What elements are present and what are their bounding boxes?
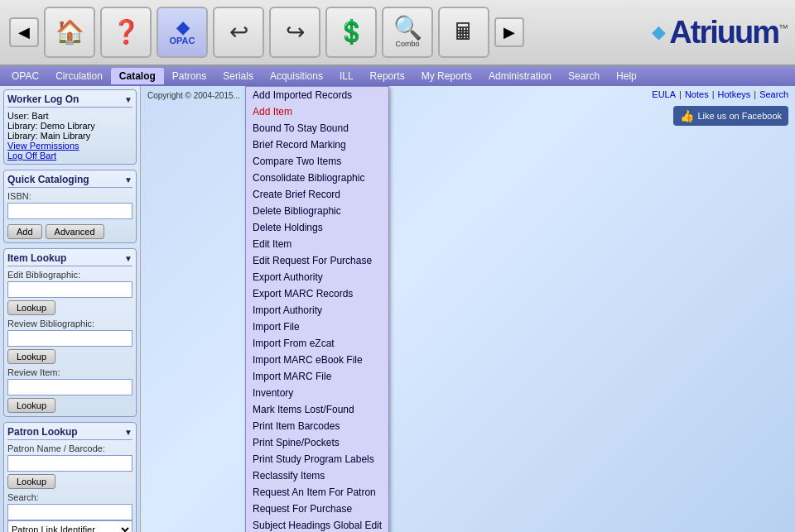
item-lookup-section: Item Lookup ▼ Edit Bibliographic: Lookup… — [3, 248, 137, 417]
nav-catalog[interactable]: Catalog — [111, 68, 164, 84]
logo-trademark: ™ — [778, 22, 788, 34]
money-button[interactable]: 💲 — [325, 7, 377, 58]
menu-import-from-ezcat[interactable]: Import From eZcat — [246, 335, 388, 352]
menu-request-an-item-for-patron[interactable]: Request An Item For Patron — [246, 484, 388, 501]
library1-label: Library: — [7, 121, 41, 131]
nav-search[interactable]: Search — [560, 68, 608, 84]
checkout-button[interactable]: ↪ — [269, 7, 320, 58]
patron-name-input[interactable] — [7, 455, 132, 472]
sidebar: Worker Log On ▼ User: Bart Library: Demo… — [0, 86, 141, 532]
checkout-icon: ↪ — [286, 21, 305, 44]
facebook-like-box[interactable]: 👍 Like us on Facebook — [673, 106, 788, 126]
menu-export-marc-records[interactable]: Export MARC Records — [246, 285, 388, 302]
nav-opac[interactable]: OPAC — [3, 68, 47, 84]
edit-bib-lookup-button[interactable]: Lookup — [7, 300, 55, 315]
nav-circulation[interactable]: Circulation — [47, 68, 111, 84]
patron-search-input[interactable] — [7, 504, 132, 520]
isbn-input[interactable] — [7, 203, 132, 219]
worker-toggle-icon[interactable]: ▼ — [124, 95, 132, 104]
menu-brief-record-marking[interactable]: Brief Record Marking — [246, 137, 388, 153]
nav-my-reports[interactable]: My Reports — [413, 68, 480, 84]
logoff-link[interactable]: Log Off Bart — [7, 151, 56, 161]
calc-button[interactable]: 🖩 — [438, 7, 489, 58]
edit-bib-label: Edit Bibliographic: — [7, 270, 132, 280]
help-button[interactable]: ❓ — [100, 7, 152, 58]
quick-cataloging-toggle-icon[interactable]: ▼ — [124, 175, 132, 185]
toolbar: ◀ 🏠 ❓ ◆ OPAC ↩ ↪ 💲 🔍 Combo 🖩 ▶ ◆ Atriuum… — [0, 0, 795, 66]
menu-import-marc-file[interactable]: Import MARC File — [246, 368, 388, 385]
menu-request-for-purchase[interactable]: Request For Purchase — [246, 501, 388, 517]
menu-delete-bibliographic[interactable]: Delete Bibliographic — [246, 203, 388, 219]
nav-reports[interactable]: Reports — [362, 68, 413, 84]
opac-label: OPAC — [170, 36, 195, 46]
nav-serials[interactable]: Serials — [214, 68, 262, 84]
logo-text: Atriuum — [669, 15, 778, 50]
nav-patrons[interactable]: Patrons — [164, 68, 214, 84]
menu-add-item[interactable]: Add Item — [246, 103, 388, 120]
thumbs-up-icon: 👍 — [680, 109, 694, 122]
review-bib-label: Review Bibliographic: — [7, 319, 132, 328]
menu-import-marc-ebook-file[interactable]: Import MARC eBook File — [246, 352, 388, 368]
menu-delete-holdings[interactable]: Delete Holdings — [246, 219, 388, 236]
item-lookup-title: Item Lookup ▼ — [7, 252, 132, 266]
combo-label: Combo — [395, 40, 419, 48]
quick-cataloging-title: Quick Cataloging ▼ — [7, 174, 132, 188]
menu-edit-item[interactable]: Edit Item — [246, 236, 388, 252]
top-links: EULA | Notes | Hotkeys | Search — [652, 89, 788, 99]
menu-reclassify-items[interactable]: Reclassify Items — [246, 467, 388, 484]
nav-ill[interactable]: ILL — [331, 68, 362, 84]
patron-search-label: Search: — [7, 492, 132, 502]
menu-print-item-barcodes[interactable]: Print Item Barcodes — [246, 418, 388, 434]
menu-import-authority[interactable]: Import Authority — [246, 302, 388, 319]
patron-identifier-select[interactable]: Patron Link Identifier Barcode Name ID — [7, 520, 132, 532]
menu-create-brief-record[interactable]: Create Brief Record — [246, 186, 388, 203]
library2-value: Main Library — [41, 131, 91, 141]
menu-bound-to-stay-bound[interactable]: Bound To Stay Bound — [246, 120, 388, 137]
patron-lookup-toggle-icon[interactable]: ▼ — [124, 428, 132, 437]
menu-consolidate-bibliographic[interactable]: Consolidate Bibliographic — [246, 170, 388, 186]
opac-button[interactable]: ◆ OPAC — [157, 7, 208, 58]
home-icon: 🏠 — [55, 21, 84, 44]
forward-button[interactable]: ▶ — [494, 17, 524, 47]
item-lookup-toggle-icon[interactable]: ▼ — [124, 254, 132, 263]
menu-edit-request-for-purchase[interactable]: Edit Request For Purchase — [246, 252, 388, 269]
add-isbn-button[interactable]: Add — [7, 224, 42, 239]
menu-add-imported-records[interactable]: Add Imported Records — [246, 87, 388, 103]
fb-label: Like us on Facebook — [697, 111, 782, 121]
patron-lookup-button[interactable]: Lookup — [7, 474, 55, 489]
menu-print-study-program-labels[interactable]: Print Study Program Labels — [246, 451, 388, 467]
eula-link[interactable]: EULA — [652, 89, 676, 99]
checkin-button[interactable]: ↩ — [213, 7, 264, 58]
review-bib-input[interactable] — [7, 330, 132, 347]
menu-inventory[interactable]: Inventory — [246, 385, 388, 401]
hotkeys-link[interactable]: Hotkeys — [718, 89, 751, 99]
menu-mark-items-lost-found[interactable]: Mark Items Lost/Found — [246, 401, 388, 418]
advanced-button[interactable]: Advanced — [46, 224, 104, 239]
menu-print-spine-pockets[interactable]: Print Spine/Pockets — [246, 434, 388, 451]
view-permissions-link[interactable]: View Permissions — [7, 141, 80, 151]
nav-acquisitions[interactable]: Acquisitions — [262, 68, 331, 84]
menu-import-file[interactable]: Import File — [246, 319, 388, 335]
search-button[interactable]: 🔍 Combo — [382, 7, 433, 58]
menu-subject-headings-global-edit[interactable]: Subject Headings Global Edit — [246, 517, 388, 532]
review-item-input[interactable] — [7, 379, 132, 395]
review-bib-lookup-button[interactable]: Lookup — [7, 349, 55, 364]
review-item-label: Review Item: — [7, 367, 132, 377]
review-item-lookup-button[interactable]: Lookup — [7, 398, 55, 413]
notes-link[interactable]: Notes — [685, 89, 709, 99]
home-button[interactable]: 🏠 — [44, 7, 95, 58]
checkin-icon: ↩ — [229, 21, 248, 44]
main-area: Worker Log On ▼ User: Bart Library: Demo… — [0, 86, 795, 532]
nav-help[interactable]: Help — [608, 68, 645, 84]
menu-compare-two-items[interactable]: Compare Two Items — [246, 153, 388, 170]
menu-export-authority[interactable]: Export Authority — [246, 269, 388, 285]
catalog-dropdown-menu: Add Imported Records Add Item Bound To S… — [245, 86, 389, 532]
logo-diamond-icon: ◆ — [652, 22, 666, 43]
search-link[interactable]: Search — [759, 89, 788, 99]
isbn-label: ISBN: — [7, 191, 132, 201]
quick-cataloging-section: Quick Cataloging ▼ ISBN: Add Advanced — [3, 170, 137, 243]
patron-name-label: Patron Name / Barcode: — [7, 443, 132, 453]
nav-administration[interactable]: Administration — [480, 68, 560, 84]
edit-bib-input[interactable] — [7, 281, 132, 298]
back-button[interactable]: ◀ — [9, 17, 39, 47]
